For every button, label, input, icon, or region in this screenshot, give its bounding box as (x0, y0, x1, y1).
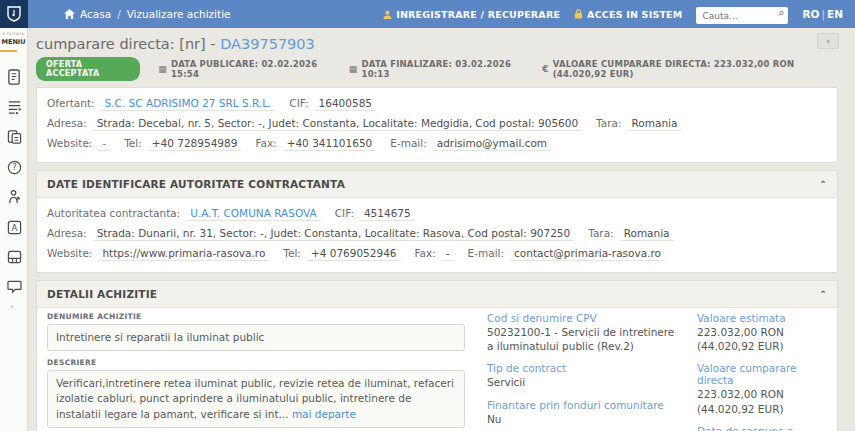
contract-type-item: Tip de contract Servicii (487, 362, 675, 389)
register-link[interactable]: INREGISTRARE / RECUPERARE (383, 9, 560, 20)
descriere-value: Verificari,intretinere retea iluminat pu… (47, 370, 465, 428)
authority-contact-row: Website: https://www.primaria-rasova.ro … (47, 244, 827, 264)
login-link[interactable]: ACCES IN SISTEM (574, 9, 682, 20)
offerer-address-row: Adresa: Strada: Decebal, nr. 5, Sector: … (47, 114, 827, 134)
offerer-response-date-item: Data de raspuns a ofertantului 02.02.202… (697, 425, 827, 431)
chevron-up-icon[interactable]: ⌃ (819, 180, 827, 188)
title-meta-row: OFERTA ACCEPTATA ▦DATA PUBLICARE: 02.02.… (36, 57, 847, 81)
breadcrumb-home-link[interactable]: Acasa (64, 8, 111, 20)
direct-value: €VALOARE CUMPARARE DIRECTA: 223.032,00 R… (542, 59, 847, 79)
offerer-card: Ofertant: S.C. SC ADRISIMO 27 SRL S.R.L.… (36, 87, 838, 163)
authority-cif: 4514675 (360, 207, 415, 221)
board-icon[interactable] (0, 242, 28, 272)
language-switch[interactable]: RO|EN (802, 8, 843, 20)
details-card-header[interactable]: DETALII ACHIZITIE ⌃ (37, 281, 837, 308)
denumire-value: Intretinere si reparatii la iluminat pub… (47, 324, 465, 351)
search-input[interactable] (696, 7, 788, 24)
direct-purchase-value-item: Valoare cumparare directa 223.032,00 RON… (697, 362, 827, 415)
authority-address-row: Adresa: Strada: Dunarii, nr. 31, Sector:… (47, 224, 827, 244)
list-icon[interactable] (0, 92, 28, 122)
funding-item: Finantare prin fonduri comunitare Nu (487, 399, 675, 426)
details-right-column: Valoare estimata 223.032,00 RON (44.020,… (697, 312, 827, 431)
main-content: ‹ cumparare directa: [nr] - DA39757903 O… (28, 28, 847, 431)
sidebar: e-licitatie MENIU ? A › (0, 28, 28, 431)
authority-tel: +4 0769052946 (307, 247, 401, 261)
offerer-country: Romania (628, 117, 682, 131)
authority-country: Romania (620, 227, 674, 241)
lang-ro[interactable]: RO (802, 8, 819, 20)
authority-card-header[interactable]: DATE IDENTIFICARE AUTORITATE CONTRACTANT… (37, 171, 837, 198)
offerer-website[interactable]: - (98, 137, 110, 151)
authority-website[interactable]: https://www.primaria-rasova.ro (98, 247, 269, 261)
cpv-item: Cod si denumire CPV 50232100-1 - Servici… (487, 312, 675, 353)
breadcrumb: Acasa / Vizualizare achizitie (64, 8, 231, 20)
offerer-email: adrisimo@ymail.com (433, 137, 551, 151)
authority-name-row: Autoritatea contractanta: U.A.T. COMUNA … (47, 204, 827, 224)
svg-text:A: A (11, 222, 17, 232)
offerer-address: Strada: Decebal, nr. 5, Sector: -, Judet… (93, 117, 582, 131)
more-link[interactable]: mai departe (292, 408, 356, 420)
calendar-icon: ▦ (158, 64, 167, 74)
clipboard-icon[interactable] (0, 122, 28, 152)
top-navbar: Acasa / Vizualizare achizitie INREGISTRA… (0, 0, 855, 28)
chevron-up-icon[interactable]: ⌃ (819, 290, 827, 298)
search-box: ⌕ (696, 4, 788, 25)
field-denumire: DENUMIRE ACHIZITIE Intretinere si repara… (47, 312, 465, 351)
offerer-tel: +40 728954989 (148, 137, 242, 151)
back-button[interactable]: ‹ (817, 33, 839, 49)
home-icon (64, 9, 75, 19)
authority-address: Strada: Dunarii, nr. 31, Sector: -, Jude… (93, 227, 575, 241)
offerer-name-row: Ofertant: S.C. SC ADRISIMO 27 SRL S.R.L.… (47, 94, 827, 114)
final-date: ▦DATA FINALIZARE: 03.02.2026 10:13 (349, 59, 524, 79)
estimated-value-item: Valoare estimata 223.032,00 RON (44.020,… (697, 312, 827, 353)
breadcrumb-current: Vizualizare achizitie (127, 8, 231, 20)
feedback-icon[interactable] (0, 272, 28, 302)
procurement-id-link[interactable]: DA39757903 (220, 36, 315, 52)
page-title: cumparare directa: [nr] - DA39757903 (36, 36, 847, 52)
offerer-cif: 16400585 (315, 97, 376, 111)
app-logo[interactable] (0, 0, 28, 28)
authority-email: contact@primaria-rasova.ro (510, 247, 665, 261)
authority-name-link[interactable]: U.A.T. COMUNA RASOVA (186, 207, 320, 221)
catalog-icon[interactable]: A (0, 212, 28, 242)
lang-en[interactable]: EN (827, 8, 843, 20)
euro-icon: € (542, 64, 548, 74)
title-block: cumparare directa: [nr] - DA39757903 OFE… (28, 28, 847, 87)
field-descriere: DESCRIERE Verificari,intretinere retea i… (47, 358, 465, 428)
shield-icon (7, 6, 21, 22)
stats-icon[interactable] (0, 182, 28, 212)
details-left-column: DENUMIRE ACHIZITIE Intretinere si repara… (47, 312, 465, 431)
breadcrumb-separator: / (117, 8, 121, 20)
publish-date: ▦DATA PUBLICARE: 02.02.2026 15:54 (158, 59, 331, 79)
details-middle-column: Cod si denumire CPV 50232100-1 - Servici… (487, 312, 675, 431)
sidebar-accent-bar (0, 50, 17, 52)
authority-fax: - (442, 247, 454, 261)
document-icon[interactable] (0, 62, 28, 92)
help-icon[interactable]: ? (0, 152, 28, 182)
sidebar-menu-label[interactable]: MENIU (0, 36, 27, 50)
offerer-name-link[interactable]: S.C. SC ADRISIMO 27 SRL S.R.L. (101, 97, 276, 111)
calendar-icon: ▦ (349, 64, 358, 74)
details-card: DETALII ACHIZITIE ⌃ DENUMIRE ACHIZITIE I… (36, 280, 838, 431)
sidebar-expand-icon[interactable]: › (0, 302, 27, 311)
svg-text:?: ? (12, 162, 16, 172)
offerer-fax: +40 341101650 (283, 137, 377, 151)
status-badge: OFERTA ACCEPTATA (36, 57, 140, 81)
offerer-contact-row: Website: - Tel: +40 728954989 Fax: +40 3… (47, 134, 827, 154)
sidebar-brand: e-licitatie (0, 28, 27, 36)
search-icon[interactable]: ⌕ (778, 6, 784, 19)
user-icon (383, 10, 392, 19)
lock-icon (574, 9, 583, 19)
navbar-right: INREGISTRARE / RECUPERARE ACCES IN SISTE… (383, 4, 855, 25)
authority-card: DATE IDENTIFICARE AUTORITATE CONTRACTANT… (36, 170, 838, 273)
